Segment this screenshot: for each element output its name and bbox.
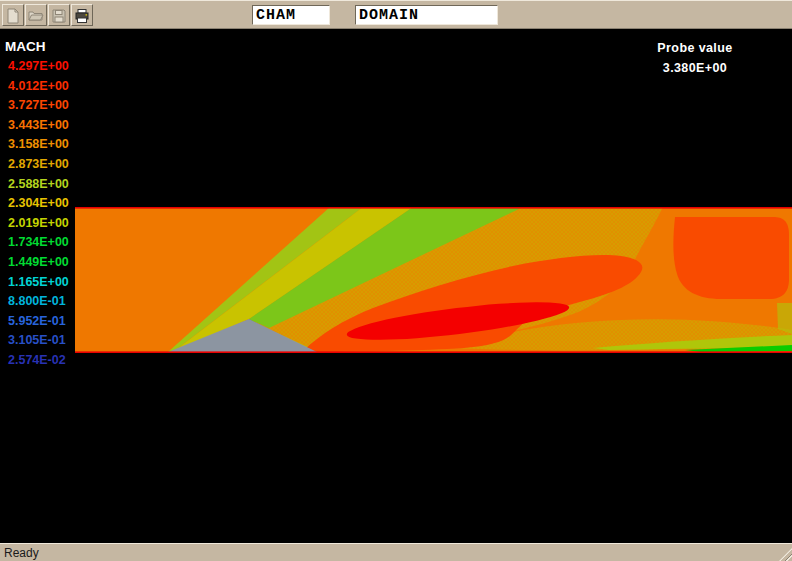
legend-entry: 2.588E+00 — [8, 175, 69, 195]
legend-entry: 1.165E+00 — [8, 273, 69, 293]
legend-entry: 2.304E+00 — [8, 194, 69, 214]
probe-value: 3.380E+00 — [600, 59, 790, 79]
legend-title: MACH — [5, 39, 46, 54]
probe-readout: Probe value 3.380E+00 — [600, 39, 790, 78]
save-button[interactable] — [48, 4, 70, 26]
open-folder-icon — [28, 8, 44, 24]
contour-plot[interactable] — [75, 207, 792, 353]
right-edge-green-strip — [777, 303, 792, 334]
legend-entry: 2.574E-02 — [8, 351, 69, 371]
right-red-orange-block — [673, 217, 789, 299]
legend-entry: 3.105E-01 — [8, 331, 69, 351]
app-window: MACH 4.297E+00 4.012E+00 3.727E+00 3.443… — [0, 0, 792, 561]
legend-entry: 3.727E+00 — [8, 96, 69, 116]
legend-entry: 2.019E+00 — [8, 214, 69, 234]
resize-grip[interactable] — [779, 548, 792, 561]
legend-entry: 4.297E+00 — [8, 57, 69, 77]
legend-entry: 8.800E-01 — [8, 292, 69, 312]
print-button[interactable] — [71, 4, 93, 26]
legend-entry: 2.873E+00 — [8, 155, 69, 175]
legend-entry: 4.012E+00 — [8, 77, 69, 97]
save-icon — [51, 8, 67, 24]
case-field[interactable] — [252, 5, 330, 25]
probe-label: Probe value — [600, 39, 790, 59]
domain-outline-bottom — [75, 351, 792, 353]
toolbar — [0, 0, 792, 29]
new-document-icon — [5, 8, 21, 24]
legend-entry: 5.952E-01 — [8, 312, 69, 332]
domain-field[interactable] — [355, 5, 498, 25]
new-button[interactable] — [2, 4, 24, 26]
legend-entry: 3.158E+00 — [8, 135, 69, 155]
legend-entry: 1.734E+00 — [8, 233, 69, 253]
domain-outline-top — [75, 207, 792, 209]
status-bar: Ready — [0, 543, 792, 561]
status-text: Ready — [4, 546, 39, 560]
open-button[interactable] — [25, 4, 47, 26]
print-icon — [74, 8, 90, 24]
legend-entry: 1.449E+00 — [8, 253, 69, 273]
legend-entry: 3.443E+00 — [8, 116, 69, 136]
legend: 4.297E+00 4.012E+00 3.727E+00 3.443E+00 … — [8, 57, 69, 371]
